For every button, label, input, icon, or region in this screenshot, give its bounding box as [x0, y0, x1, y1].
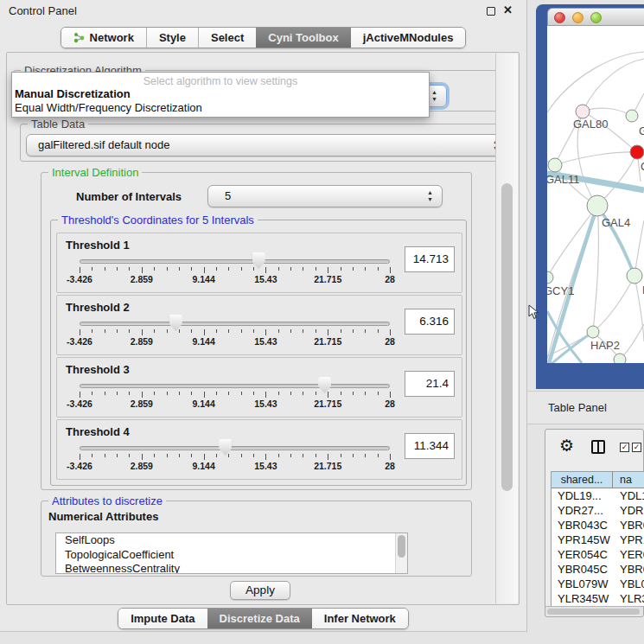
- number-of-intervals-combobox[interactable]: 5 ▲▼: [207, 185, 443, 207]
- tick-mark: [341, 454, 341, 457]
- float-window-icon[interactable]: [487, 7, 495, 16]
- slider-track[interactable]: [80, 259, 390, 264]
- thresholds-group: Threshold's Coordinates for 5 Intervals …: [50, 220, 467, 486]
- numerical-attributes-list[interactable]: SelfLoopsTopologicalCoefficientBetweenne…: [55, 532, 408, 574]
- attribute-list-item[interactable]: TopologicalCoefficient: [56, 548, 407, 563]
- tab-select[interactable]: Select: [198, 28, 256, 48]
- tab-impute-data[interactable]: Impute Data: [118, 609, 207, 628]
- tab-style[interactable]: Style: [146, 28, 198, 48]
- threshold-value-field[interactable]: 21.4: [405, 371, 455, 397]
- attributes-list-scrollbar[interactable]: [395, 533, 407, 573]
- network-node-gal11[interactable]: [548, 158, 562, 172]
- tick-label: 28: [385, 274, 395, 284]
- tick-mark: [92, 329, 92, 333]
- network-node-gal2[interactable]: [626, 110, 638, 122]
- threshold-value-field[interactable]: 11.344: [405, 433, 455, 459]
- tick-mark: [228, 329, 229, 333]
- network-edge[interactable]: [593, 206, 598, 332]
- network-node-gal4[interactable]: [587, 195, 608, 216]
- table-column-header[interactable]: na: [613, 472, 644, 488]
- checkbox-icon[interactable]: ✓: [632, 443, 641, 452]
- table-row[interactable]: YBR045CYBR0: [552, 562, 644, 577]
- minimize-traffic-light-icon[interactable]: [572, 12, 583, 23]
- threshold-row: Threshold 4-3.4262.8599.14415.4321.71528…: [56, 419, 462, 480]
- content-vertical-scroll-thumb[interactable]: [501, 183, 513, 491]
- tab-network[interactable]: Network: [61, 28, 146, 48]
- network-edge[interactable]: [555, 152, 637, 165]
- table-row[interactable]: YBL079WYBL0: [552, 577, 644, 591]
- network-edge[interactable]: [583, 59, 644, 112]
- attribute-list-item[interactable]: SelfLoops: [56, 533, 407, 548]
- network-node-bottom[interactable]: [614, 354, 626, 363]
- network-canvas[interactable]: GAL80GAOGAL11GAL4GCY1HHAP2: [547, 26, 644, 363]
- table-toolbar: ⚙ ✓ ✓: [545, 430, 643, 469]
- tab-jactivemnodules[interactable]: jActiveMNodules: [351, 28, 466, 48]
- checkbox-icon[interactable]: ✓: [620, 443, 629, 452]
- tick-label: 2.859: [131, 336, 153, 347]
- table-row[interactable]: YDR27...YDR2: [552, 503, 644, 518]
- table-panel-headerbar: Table Panel: [527, 391, 644, 424]
- tab-infer-network[interactable]: Infer Network: [312, 609, 408, 628]
- network-icon: [73, 32, 85, 43]
- network-edge[interactable]: [593, 276, 634, 332]
- tick-mark: [328, 267, 328, 273]
- tick-label: 2.859: [131, 399, 153, 409]
- network-edge[interactable]: [547, 52, 644, 112]
- tick-mark: [378, 392, 379, 395]
- table-column-header[interactable]: shared...: [552, 472, 613, 488]
- network-node-red[interactable]: [630, 145, 644, 159]
- network-window-titlebar: [547, 8, 644, 26]
- node-table: shared...na YDL19...YDL1YDR27...YDR2YBR0…: [551, 471, 644, 606]
- network-edge[interactable]: [634, 220, 644, 276]
- network-node-label: GA: [639, 124, 644, 137]
- algorithm-dropdown-options: Manual DiscretizationEqual Width/Frequen…: [12, 87, 429, 115]
- network-edge[interactable]: [547, 206, 597, 277]
- tick-mark: [92, 267, 92, 271]
- threshold-value-field[interactable]: 6.316: [405, 309, 455, 335]
- tab-cyni-toolbox[interactable]: Cyni Toolbox: [256, 28, 350, 48]
- network-node-hap2[interactable]: [587, 326, 599, 338]
- table-row[interactable]: YPR145WYPR1: [552, 532, 644, 547]
- table-horizontal-scrollbar[interactable]: [545, 606, 643, 615]
- table-row[interactable]: YBR043CYBR0: [552, 518, 644, 532]
- content-vertical-scrollbar[interactable]: [495, 54, 518, 603]
- table-horizontal-scroll-thumb[interactable]: [547, 609, 640, 615]
- close-icon[interactable]: ✕: [503, 3, 513, 16]
- threshold-value-field[interactable]: 14.713: [405, 246, 455, 272]
- tab-discretize-data[interactable]: Discretize Data: [207, 609, 312, 628]
- tick-mark: [353, 454, 354, 457]
- table-data-combobox[interactable]: galFiltered.sif default node ▲▼: [26, 134, 508, 156]
- tick-mark: [167, 392, 168, 395]
- tick-mark: [216, 392, 217, 395]
- slider-track[interactable]: [80, 322, 390, 326]
- tick-mark: [365, 267, 366, 271]
- bottom-tab-group: Impute DataDiscretize DataInfer Network: [118, 608, 409, 629]
- attribute-list-item[interactable]: BetweennessCentrality: [56, 562, 407, 574]
- slider-track[interactable]: [80, 384, 390, 388]
- interval-definition-group: Interval Definition Number of Intervals …: [41, 172, 472, 490]
- tick-mark: [378, 454, 379, 457]
- zoom-traffic-light-icon[interactable]: [590, 12, 602, 23]
- algorithm-option[interactable]: Manual Discretization: [12, 87, 429, 101]
- tick-mark: [154, 454, 155, 457]
- table-cell: YBR043C: [552, 518, 613, 532]
- network-edge[interactable]: [583, 108, 632, 116]
- network-node-gal80[interactable]: [576, 105, 590, 118]
- table-row[interactable]: YLR345WYLR3: [552, 591, 644, 606]
- threshold-row: Threshold 1-3.4262.8599.14415.4321.71528…: [56, 233, 462, 293]
- tick-label: 21.715: [314, 461, 341, 471]
- gear-icon[interactable]: ⚙: [559, 436, 574, 456]
- attributes-list-scroll-thumb[interactable]: [398, 535, 405, 558]
- network-node-label: GAL4: [602, 216, 630, 229]
- network-node-gcy1[interactable]: [547, 271, 553, 284]
- tick-mark: [117, 267, 118, 271]
- apply-button[interactable]: Apply: [230, 581, 290, 600]
- tick-mark: [204, 267, 205, 273]
- table-row[interactable]: YER054CYER0: [552, 547, 644, 562]
- close-traffic-light-icon[interactable]: [554, 12, 565, 23]
- network-node-h[interactable]: [627, 268, 642, 284]
- table-row[interactable]: YDL19...YDL1: [552, 488, 644, 503]
- column-layout-icon[interactable]: [591, 440, 605, 454]
- slider-track[interactable]: [80, 446, 390, 450]
- algorithm-option[interactable]: Equal Width/Frequency Discretization: [12, 101, 429, 115]
